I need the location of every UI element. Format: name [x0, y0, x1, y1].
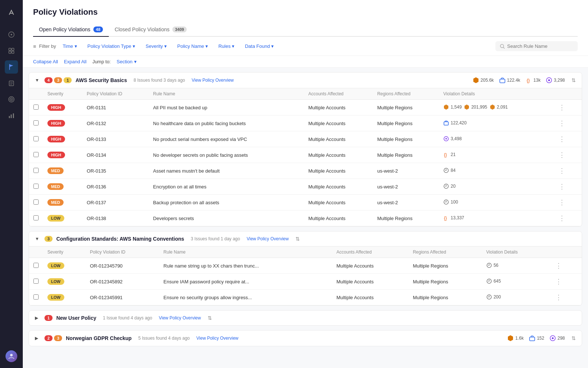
policy-group-header[interactable]: ▶ 23 Norwegian GDPR Checkup 5 Issues fou… [29, 330, 582, 346]
policy-group-header[interactable]: ▼ 3 Configuration Standards: AWS Naming … [29, 231, 582, 246]
row-menu-button[interactable]: ⋮ [556, 198, 567, 207]
collapse-all-link[interactable]: Collapse All [33, 59, 58, 64]
chevron-down-icon: ▾ [134, 59, 137, 64]
row-rule-name: Ensure IAM password policy require at... [159, 274, 332, 290]
filter-time[interactable]: Time ▾ [59, 42, 80, 51]
row-severity: HIGH [43, 147, 82, 163]
row-checkbox[interactable] [33, 152, 39, 157]
row-violation-details: 84 [439, 163, 552, 179]
clipboard-icon[interactable] [5, 77, 18, 90]
row-checkbox[interactable] [33, 136, 39, 141]
view-policy-link[interactable]: View Policy Overview [159, 315, 201, 321]
row-menu-button[interactable]: ⋮ [556, 103, 567, 112]
row-checkbox[interactable] [33, 105, 39, 110]
row-menu-button[interactable]: ⋮ [556, 151, 567, 159]
violation-detail-badge: 3,498 [443, 136, 462, 142]
row-rule-name: Asset names mustn't be default [149, 163, 304, 179]
jump-to-select[interactable]: Section ▾ [116, 59, 136, 64]
row-checkbox[interactable] [33, 168, 39, 173]
row-checkbox[interactable] [33, 294, 39, 300]
row-accounts-affected: Multiple Accounts [304, 147, 373, 163]
tab-open-violations[interactable]: Open Policy Violations 48 [33, 23, 109, 37]
sort-icon[interactable]: ⇅ [208, 315, 212, 321]
svg-marker-15 [473, 77, 478, 83]
view-policy-link[interactable]: View Policy Overview [247, 236, 288, 241]
table-row: HIGH OR-0132 No healthcare data on publi… [29, 116, 582, 131]
policy-group-header[interactable]: ▼ 431 AWS Security Basics 8 Issues found… [29, 72, 582, 88]
filter-rules[interactable]: Rules ▾ [215, 42, 238, 51]
sort-icon[interactable]: ⇅ [571, 77, 576, 83]
row-menu: ⋮ [552, 100, 582, 116]
row-menu-button[interactable]: ⋮ [556, 214, 567, 223]
sort-icon[interactable]: ⇅ [571, 335, 576, 341]
row-checkbox[interactable] [33, 263, 39, 268]
policy-group-header[interactable]: ▶ 1 New User Policy 1 Issue found 4 days… [29, 311, 582, 325]
chevron-icon: ▼ [35, 236, 41, 241]
policy-group-norwegian-gdpr: ▶ 23 Norwegian GDPR Checkup 5 Issues fou… [29, 330, 582, 346]
row-checkbox[interactable] [33, 279, 39, 284]
violation-detail-badge: 100 [443, 199, 458, 205]
chart-icon[interactable] [5, 109, 18, 122]
row-checkbox-cell [29, 195, 43, 210]
row-checkbox[interactable] [33, 215, 39, 220]
user-avatar[interactable] [6, 350, 17, 362]
row-accounts-affected: Multiple Accounts [304, 163, 373, 179]
row-menu-button[interactable]: ⋮ [553, 293, 564, 302]
sort-icon[interactable]: ⇅ [295, 236, 300, 242]
row-violation-id: OR-0132 [82, 116, 148, 131]
row-checkbox[interactable] [33, 120, 39, 125]
row-severity: HIGH [43, 100, 82, 116]
flag-icon[interactable] [5, 60, 18, 74]
row-checkbox-cell [29, 131, 43, 147]
main-content: Policy Violations Open Policy Violations… [23, 0, 588, 368]
row-violation-id: OR-0135 [82, 163, 148, 179]
row-menu-button[interactable]: ⋮ [556, 182, 567, 191]
table-row: HIGH OR-0131 All PII must be backed up M… [29, 100, 582, 116]
chevron-down-icon: ▾ [133, 43, 135, 49]
svg-point-1 [11, 34, 12, 35]
group-meta: 1 Issue found 4 days ago [103, 315, 152, 321]
severity-pill: HIGH [47, 120, 65, 127]
row-violation-details: 122,420 [439, 116, 552, 131]
severity-badge-low: 3 [44, 236, 53, 242]
view-policy-link[interactable]: View Policy Overview [192, 78, 234, 83]
row-menu-button[interactable]: ⋮ [556, 166, 567, 175]
row-accounts-affected: Multiple Accounts [304, 210, 373, 226]
severity-badge-high: 4 [44, 77, 53, 83]
target-icon[interactable] [5, 93, 18, 106]
expand-all-link[interactable]: Expand All [64, 59, 86, 64]
filter-policy-violation-type[interactable]: Policy Violation Type ▾ [84, 42, 139, 51]
svg-text:{}: {} [527, 78, 530, 83]
row-menu-button[interactable]: ⋮ [556, 135, 567, 144]
table-row: MED OR-0137 Backup protection on all ass… [29, 195, 582, 210]
filter-data-found[interactable]: Data Found ▾ [241, 42, 277, 51]
violation-table-wrap: SeverityPolicy Violation IDRule NameAcco… [29, 88, 582, 226]
severity-pill: LOW [47, 262, 64, 269]
filter-severity[interactable]: Severity ▾ [142, 42, 171, 51]
tab-closed-violations[interactable]: Closed Policy Violations 3409 [109, 23, 193, 37]
filter-policy-name[interactable]: Policy Name ▾ [173, 42, 212, 51]
col-actions-header [549, 247, 582, 258]
row-menu-button[interactable]: ⋮ [553, 261, 564, 270]
row-menu: ⋮ [552, 147, 582, 163]
search-input[interactable] [507, 43, 573, 49]
row-regions-affected: Multiple Regions [373, 210, 439, 226]
view-policy-link[interactable]: View Policy Overview [196, 336, 238, 341]
policy-group-aws-security: ▼ 431 AWS Security Basics 8 Issues found… [29, 72, 582, 227]
grid-icon[interactable] [5, 44, 18, 57]
row-violation-id: OR-0136 [82, 179, 148, 195]
row-severity: MED [43, 179, 82, 195]
row-regions-affected: us-west-2 [373, 163, 439, 179]
row-checkbox-cell [29, 274, 43, 290]
row-menu-button[interactable]: ⋮ [556, 119, 567, 128]
severity-badges: 431 [44, 77, 72, 83]
row-menu-button[interactable]: ⋮ [553, 277, 564, 286]
row-checkbox[interactable] [33, 184, 39, 189]
col-policy-violation-id-header: Policy Violation ID [82, 88, 148, 100]
severity-badge-med: 3 [54, 77, 62, 83]
compass-icon[interactable] [5, 28, 18, 41]
row-violation-details: 20 [439, 179, 552, 195]
row-checkbox[interactable] [33, 199, 39, 205]
search-wrapper [495, 41, 578, 51]
row-rule-name: Backup protection on all assets [149, 195, 304, 210]
